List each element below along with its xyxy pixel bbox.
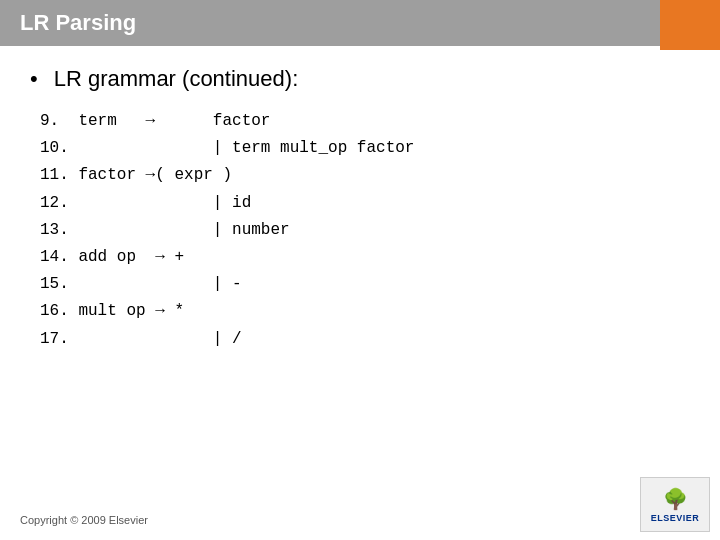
main-content: • LR grammar (continued): 9. term → fact… bbox=[0, 46, 720, 373]
header-bar: LR Parsing bbox=[0, 0, 720, 46]
bullet-point: • bbox=[30, 68, 38, 90]
page-title: LR Parsing bbox=[20, 10, 700, 36]
elsevier-brand-name: ELSEVIER bbox=[651, 513, 700, 523]
bullet-row: • LR grammar (continued): bbox=[30, 66, 690, 92]
grammar-block: 9. term → factor 10. | term mult_op fact… bbox=[40, 108, 690, 353]
elsevier-tree-icon: 🌳 bbox=[663, 487, 688, 511]
elsevier-logo: 🌳 ELSEVIER bbox=[640, 477, 710, 532]
corner-accent bbox=[660, 0, 720, 50]
bullet-title: LR grammar (continued): bbox=[54, 66, 299, 92]
copyright-notice: Copyright © 2009 Elsevier bbox=[20, 514, 148, 526]
